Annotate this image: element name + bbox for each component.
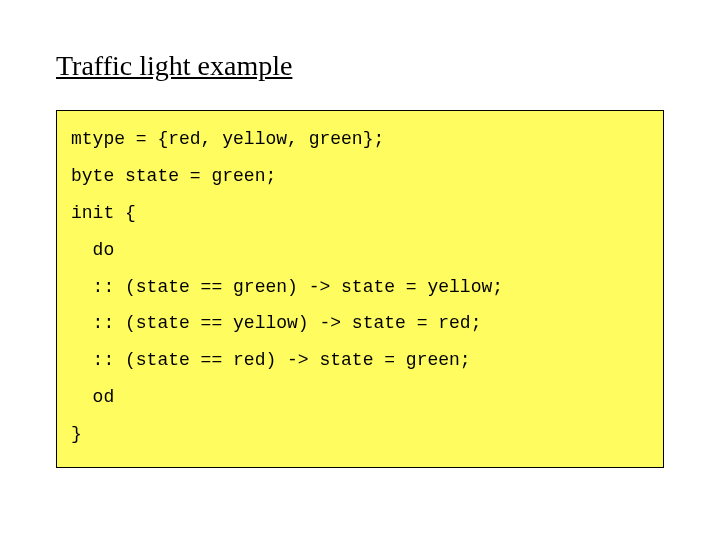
code-line: :: (state == red) -> state = green;: [71, 350, 471, 370]
code-line: do: [71, 240, 114, 260]
code-line: :: (state == yellow) -> state = red;: [71, 313, 481, 333]
code-line: od: [71, 387, 114, 407]
code-line: :: (state == green) -> state = yellow;: [71, 277, 503, 297]
slide-content: Traffic light example mtype = {red, yell…: [0, 0, 720, 498]
code-line: mtype = {red, yellow, green};: [71, 129, 384, 149]
code-line: init {: [71, 203, 136, 223]
code-block: mtype = {red, yellow, green}; byte state…: [56, 110, 664, 468]
code-line: byte state = green;: [71, 166, 276, 186]
slide-title: Traffic light example: [56, 50, 664, 82]
code-line: }: [71, 424, 82, 444]
